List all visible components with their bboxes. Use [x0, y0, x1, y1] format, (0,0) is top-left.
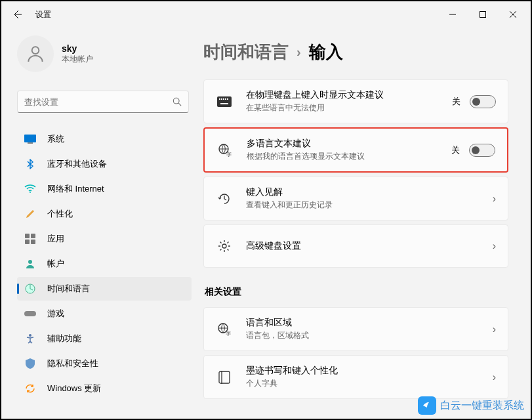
minimize-icon — [449, 11, 456, 18]
back-button[interactable] — [4, 1, 30, 28]
sidebar-item-label: Windows 更新 — [47, 383, 101, 394]
breadcrumb-current: 输入 — [309, 41, 343, 64]
svg-point-9 — [30, 192, 31, 193]
svg-rect-12 — [25, 240, 30, 244]
bluetooth-icon — [24, 158, 37, 171]
breadcrumb-parent[interactable]: 时间和语言 — [203, 41, 289, 64]
close-icon — [510, 11, 516, 18]
sidebar-item-bluetooth[interactable]: 蓝牙和其他设备 — [17, 152, 192, 176]
sidebar-item-label: 辅助功能 — [47, 333, 81, 345]
sidebar-item-system[interactable]: 系统 — [17, 127, 192, 151]
svg-rect-30 — [219, 371, 230, 383]
card-title: 在物理键盘上键入时显示文本建议 — [246, 89, 452, 101]
card-subtitle: 在某些语言中无法使用 — [246, 102, 452, 114]
user-type: 本地帐户 — [62, 54, 93, 65]
chevron-right-icon: › — [297, 45, 301, 60]
related-header: 相关设置 — [205, 286, 508, 298]
sidebar-item-label: 蓝牙和其他设备 — [47, 158, 107, 170]
breadcrumb: 时间和语言 › 输入 — [203, 41, 508, 64]
card-subtitle: 查看键入和更正历史记录 — [246, 200, 493, 211]
svg-rect-10 — [25, 234, 30, 238]
toggle-switch[interactable] — [470, 95, 496, 108]
search-input[interactable] — [24, 97, 173, 107]
svg-text:字: 字 — [226, 331, 231, 337]
svg-rect-7 — [24, 135, 36, 142]
chevron-right-icon: › — [493, 240, 496, 252]
history-icon — [216, 192, 233, 205]
chevron-right-icon: › — [493, 324, 496, 335]
sidebar-item-accounts[interactable]: 帐户 — [17, 252, 192, 276]
apps-icon — [24, 232, 37, 245]
card-typing-insights[interactable]: 键入见解 查看键入和更正历史记录 › — [203, 177, 508, 220]
card-inking-personalization[interactable]: 墨迹书写和键入个性化 个人字典 › — [203, 355, 508, 399]
svg-text:字: 字 — [226, 152, 232, 158]
svg-line-6 — [178, 103, 181, 106]
card-advanced-keyboard[interactable]: 高级键盘设置 › — [203, 224, 508, 268]
account-icon — [24, 257, 37, 270]
globe-text-icon: 字 — [216, 143, 234, 158]
card-title: 语言和区域 — [246, 317, 493, 329]
keyboard-icon — [216, 96, 233, 107]
sidebar-item-label: 个性化 — [47, 208, 73, 220]
globe-text-icon: 字 — [216, 322, 233, 337]
sidebar-item-update[interactable]: Windows 更新 — [17, 377, 192, 400]
sidebar-item-privacy[interactable]: 隐私和安全性 — [17, 352, 192, 375]
svg-rect-16 — [24, 311, 36, 316]
close-button[interactable] — [498, 4, 528, 25]
svg-rect-8 — [28, 142, 33, 144]
search-box[interactable] — [17, 91, 189, 113]
svg-rect-13 — [31, 240, 35, 244]
sidebar-item-accessibility[interactable]: 辅助功能 — [17, 327, 192, 350]
sidebar-item-label: 应用 — [47, 233, 64, 245]
sidebar-item-apps[interactable]: 应用 — [17, 227, 192, 251]
svg-rect-21 — [223, 98, 224, 100]
user-block[interactable]: sky 本地帐户 — [17, 35, 198, 72]
sidebar-item-label: 时间和语言 — [47, 283, 90, 295]
wifi-icon — [24, 182, 37, 196]
sidebar-item-network[interactable]: 网络和 Internet — [17, 177, 192, 201]
sidebar-item-label: 帐户 — [47, 258, 64, 270]
card-title: 键入见解 — [246, 186, 493, 198]
card-subtitle: 语言包，区域格式 — [246, 330, 493, 341]
sidebar-item-label: 隐私和安全性 — [47, 358, 98, 369]
window-title: 设置 — [35, 9, 51, 20]
gamepad-icon — [24, 307, 37, 320]
sidebar-item-time-language[interactable]: 时间和语言 — [17, 277, 192, 301]
minimize-button[interactable] — [438, 4, 468, 25]
card-multilingual-suggestions[interactable]: 字 多语言文本建议 根据我的语言首选项显示文本建议 关 — [203, 127, 508, 173]
svg-rect-19 — [219, 98, 220, 100]
card-title: 高级键盘设置 — [246, 240, 493, 252]
sidebar-item-label: 网络和 Internet — [47, 183, 104, 195]
back-arrow-icon — [12, 9, 22, 20]
svg-rect-23 — [227, 98, 228, 100]
search-icon — [173, 97, 182, 106]
update-icon — [24, 382, 37, 395]
svg-point-27 — [222, 244, 226, 248]
avatar — [17, 35, 54, 72]
svg-rect-1 — [480, 12, 486, 18]
toggle-switch[interactable] — [469, 144, 495, 157]
toggle-state: 关 — [452, 96, 460, 108]
maximize-button[interactable] — [468, 4, 498, 25]
card-title: 多语言文本建议 — [247, 138, 451, 150]
display-icon — [24, 133, 37, 146]
sidebar-item-label: 系统 — [47, 133, 64, 145]
card-language-region[interactable]: 字 语言和区域 语言包，区域格式 › — [203, 307, 508, 351]
sidebar-item-personalization[interactable]: 个性化 — [17, 202, 192, 226]
sidebar-item-label: 游戏 — [47, 308, 64, 320]
card-physical-keyboard-suggestions[interactable]: 在物理键盘上键入时显示文本建议 在某些语言中无法使用 关 — [203, 79, 508, 123]
svg-rect-22 — [225, 98, 226, 100]
user-name: sky — [62, 43, 93, 54]
svg-rect-24 — [220, 103, 228, 104]
chevron-right-icon: › — [493, 193, 496, 205]
gear-icon — [216, 240, 233, 253]
card-title: 墨迹书写和键入个性化 — [246, 365, 493, 377]
globe-clock-icon — [24, 282, 37, 295]
chevron-right-icon: › — [493, 371, 496, 383]
book-icon — [216, 371, 233, 384]
svg-point-5 — [173, 98, 179, 104]
brush-icon — [24, 207, 37, 220]
svg-rect-18 — [217, 96, 232, 107]
sidebar-item-gaming[interactable]: 游戏 — [17, 302, 192, 326]
svg-point-17 — [29, 334, 31, 337]
